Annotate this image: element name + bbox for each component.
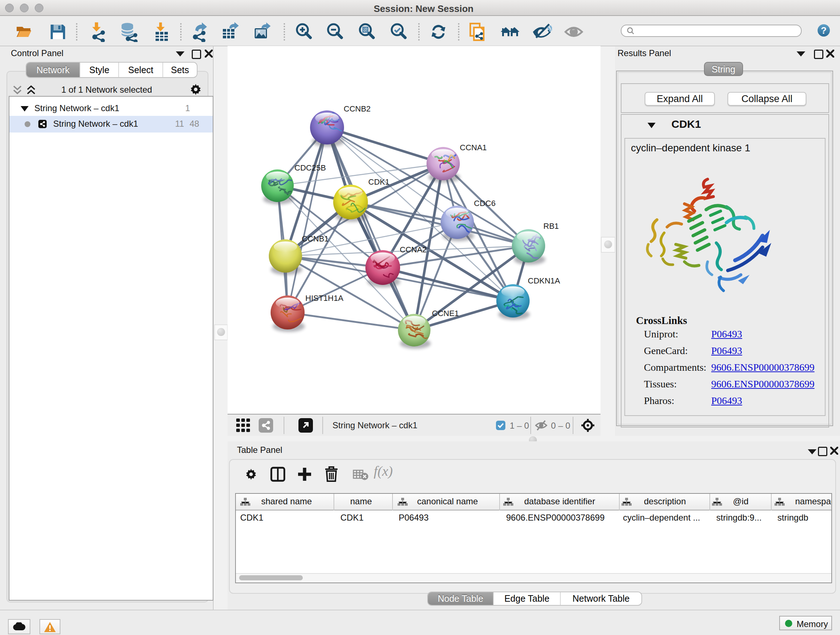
svg-text:CCNA1: CCNA1 (460, 143, 487, 152)
svg-text:CCNB2: CCNB2 (344, 104, 371, 113)
svg-text:CDC6: CDC6 (474, 199, 496, 208)
svg-text:CDC25B: CDC25B (294, 163, 326, 172)
svg-text:CCNB1: CCNB1 (302, 234, 329, 243)
svg-text:RB1: RB1 (543, 222, 559, 231)
svg-text:CCNA2: CCNA2 (400, 245, 427, 254)
svg-text:CDKN1A: CDKN1A (528, 276, 561, 285)
svg-text:CCNE1: CCNE1 (432, 309, 459, 318)
svg-text:CDK1: CDK1 (368, 177, 390, 187)
svg-text:HIST1H1A: HIST1H1A (305, 294, 343, 302)
